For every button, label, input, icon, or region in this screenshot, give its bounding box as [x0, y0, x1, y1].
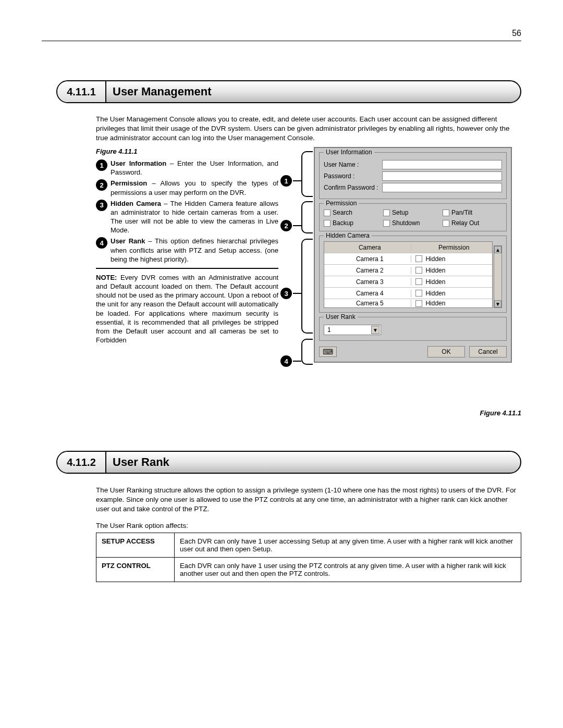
- perm-relayout-checkbox[interactable]: Relay Out: [443, 219, 502, 227]
- figure-label-bottom: Figure 4.11.1: [0, 409, 521, 417]
- group-permission: Permission Search Setup Pan/Tilt Backup …: [319, 203, 507, 231]
- password-label: Password :: [324, 172, 382, 180]
- def-term: User Rank: [111, 237, 145, 245]
- section-number: 4.11.1: [57, 81, 106, 102]
- cell-permission: Hidden: [425, 290, 445, 297]
- bullet-3-icon: 3: [96, 200, 107, 211]
- user-rank-value: 1: [327, 326, 331, 334]
- rank-key: SETUP ACCESS: [96, 533, 175, 558]
- callout-4-icon: 4: [280, 355, 292, 367]
- definition-user-rank: 4 User Rank – This option defines hierar…: [96, 237, 278, 263]
- cell-camera: Camera 2: [324, 267, 411, 274]
- username-label: User Name :: [324, 161, 382, 168]
- definition-permission: 2 Permission – Allows you to specify the…: [96, 179, 278, 196]
- rank-effects-table: SETUP ACCESS Each DVR can only have 1 us…: [96, 533, 521, 582]
- user-rank-select[interactable]: 1 ▼: [324, 325, 381, 335]
- callout-brackets: [301, 147, 314, 402]
- definition-separator: [96, 268, 278, 269]
- cell-camera: Camera 5: [324, 300, 411, 307]
- group-legend: User Rank: [324, 313, 358, 320]
- bullet-4-icon: 4: [96, 237, 107, 249]
- table-row: Camera 1 Hidden: [324, 253, 492, 265]
- user-management-dialog: User Information User Name : Password : …: [314, 147, 512, 363]
- perm-search-checkbox[interactable]: Search: [324, 209, 383, 216]
- figure-label: Figure 4.11.1: [96, 147, 278, 156]
- scroll-down-icon[interactable]: ▼: [494, 300, 501, 307]
- def-term: Permission: [111, 179, 147, 187]
- perm-setup-checkbox[interactable]: Setup: [383, 209, 443, 216]
- keyboard-icon[interactable]: ⌨: [319, 347, 337, 357]
- callout-2-icon: 2: [280, 220, 292, 231]
- definition-hidden-camera: 3 Hidden Camera – The Hidden Camera feat…: [96, 199, 278, 235]
- intro-paragraph: The User Management Console allows you t…: [96, 115, 521, 143]
- table-header: Camera Permission: [324, 242, 492, 253]
- callout-4: 4: [280, 355, 301, 367]
- row-checkbox[interactable]: [415, 267, 422, 274]
- rank-key: PTZ CONTROL: [96, 558, 175, 582]
- cell-permission: Hidden: [425, 255, 445, 263]
- table-row: Camera 2 Hidden: [324, 265, 492, 276]
- col-camera: Camera: [324, 244, 411, 251]
- hidden-camera-table: Camera Permission Camera 1 Hidden Camera…: [324, 241, 493, 308]
- section-title: User Rank: [106, 452, 520, 473]
- intro-paragraph-rank: The User Ranking structure allows the op…: [96, 486, 521, 514]
- ok-button[interactable]: OK: [427, 346, 465, 357]
- perm-label: Relay Out: [451, 219, 479, 227]
- group-user-information: User Information User Name : Password : …: [319, 152, 507, 199]
- section-heading-user-management: 4.11.1 User Management: [56, 80, 521, 103]
- perm-label: Backup: [333, 219, 353, 227]
- cell-permission: Hidden: [425, 300, 445, 307]
- callout-3: 3: [280, 288, 301, 299]
- chevron-down-icon[interactable]: ▼: [371, 326, 380, 334]
- page-number: 56: [512, 29, 521, 38]
- cell-camera: Camera 3: [324, 278, 411, 286]
- row-checkbox[interactable]: [415, 278, 422, 285]
- cancel-button[interactable]: Cancel: [469, 346, 507, 357]
- table-row: Camera 4 Hidden: [324, 288, 492, 299]
- table-row: PTZ CONTROL Each DVR can only have 1 use…: [96, 558, 521, 582]
- definitions-column: Figure 4.11.1 1 User Information – Enter…: [96, 147, 278, 402]
- cell-camera: Camera 4: [324, 290, 411, 297]
- callout-2: 2: [280, 220, 301, 231]
- perm-shutdown-checkbox[interactable]: Shutdown: [383, 219, 443, 227]
- table-row: Camera 5 Hidden: [324, 299, 492, 307]
- perm-label: Setup: [392, 209, 408, 216]
- col-permission: Permission: [411, 244, 492, 251]
- bullet-1-icon: 1: [96, 159, 107, 171]
- callout-3-icon: 3: [280, 288, 292, 299]
- confirm-password-label: Confirm Password :: [324, 184, 382, 191]
- callout-1: 1: [280, 175, 301, 187]
- figure-column: 1 2 3 4 User Information User Name :: [278, 147, 521, 402]
- header-rule: [42, 41, 521, 41]
- perm-label: Search: [333, 209, 352, 216]
- group-legend: User Information: [324, 149, 374, 156]
- confirm-password-field[interactable]: [382, 183, 502, 192]
- username-field[interactable]: [382, 160, 502, 169]
- cell-permission: Hidden: [425, 278, 445, 286]
- row-checkbox[interactable]: [415, 290, 422, 297]
- table-row: Camera 3 Hidden: [324, 276, 492, 288]
- group-hidden-camera: Hidden Camera Camera Permission Camera 1…: [319, 236, 507, 313]
- callout-1-icon: 1: [280, 175, 292, 187]
- def-term: User Information: [111, 159, 166, 167]
- perm-label: Shutdown: [392, 219, 420, 227]
- perm-backup-checkbox[interactable]: Backup: [324, 219, 383, 227]
- perm-label: Pan/Tilt: [451, 209, 472, 216]
- perm-pantilt-checkbox[interactable]: Pan/Tilt: [443, 209, 502, 216]
- table-scrollbar[interactable]: ▲ ▼: [494, 245, 502, 308]
- note-text: Every DVR comes with an Administrative a…: [96, 274, 278, 344]
- section-title: User Management: [106, 81, 520, 102]
- note-label: NOTE:: [96, 274, 117, 281]
- password-field[interactable]: [382, 171, 502, 181]
- group-legend: Permission: [324, 200, 359, 207]
- group-user-rank: User Rank 1 ▼: [319, 317, 507, 341]
- definition-user-information: 1 User Information – Enter the User Info…: [96, 159, 278, 177]
- row-checkbox[interactable]: [415, 300, 422, 307]
- section-number: 4.11.2: [57, 452, 106, 473]
- bullet-2-icon: 2: [96, 179, 107, 191]
- rank-value: Each DVR can only have 1 user accessing …: [175, 533, 521, 558]
- row-checkbox[interactable]: [415, 255, 422, 262]
- scroll-up-icon[interactable]: ▲: [494, 246, 501, 253]
- section-heading-user-rank: 4.11.2 User Rank: [56, 451, 521, 474]
- cell-camera: Camera 1: [324, 255, 411, 263]
